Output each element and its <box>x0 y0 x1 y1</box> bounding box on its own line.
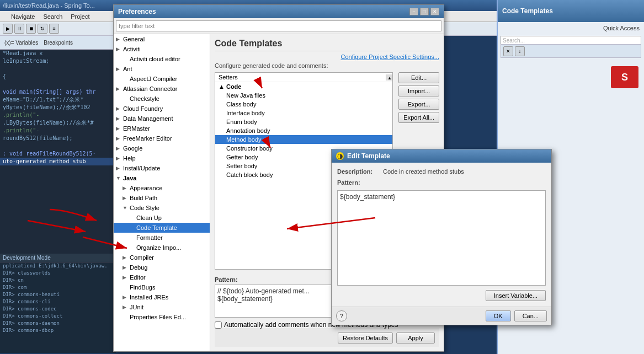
toolbar-btn-3[interactable]: ⏹ <box>26 24 36 34</box>
tree-item-datamanagement[interactable]: ▶ Data Management <box>114 114 210 124</box>
template-item-annotationbody[interactable]: Annotation body <box>215 126 392 135</box>
tree-item-compiler[interactable]: ▶ Compiler <box>114 253 210 262</box>
configure-project-link[interactable]: Configure Project Specific Settings... <box>215 53 439 60</box>
tree-item-installupdates[interactable]: ▶ Install/Update <box>114 163 210 173</box>
tree-item-junit[interactable]: ▶ JUnit <box>114 302 210 312</box>
right-toolbar-btn[interactable]: ✕ <box>503 46 513 56</box>
tree-item-java[interactable]: ▼ Java <box>114 173 210 183</box>
code-line <box>0 81 116 88</box>
tree-item-editor[interactable]: ▶ Editor <box>114 272 210 282</box>
tree-item-buildpath[interactable]: ▶ Build Path <box>114 193 210 203</box>
import-button[interactable]: Import... <box>398 85 439 96</box>
tree-label: Appearance <box>130 185 162 191</box>
export-all-button[interactable]: Export All... <box>398 112 439 123</box>
tree-item-formatter[interactable]: Formatter <box>114 233 210 243</box>
logo-letter: S <box>621 72 628 83</box>
tree-item-atlassian[interactable]: ▶ Atlassian Connector <box>114 84 210 94</box>
tree-item-activiti[interactable]: ▶ Activiti <box>114 44 210 54</box>
apply-button[interactable]: Apply <box>396 332 435 344</box>
code-line: : void readFileRoundBy512(5· <box>0 150 116 158</box>
ok-button[interactable]: OK <box>486 310 511 321</box>
cancel-button[interactable]: Can... <box>514 310 547 321</box>
edit-pattern-area[interactable]: ${body_statement} <box>337 190 546 286</box>
preferences-footer: Restore Defaults Apply <box>215 329 439 347</box>
template-item-methodbody[interactable]: Method body <box>215 135 392 144</box>
tree-label: Data Management <box>123 115 173 122</box>
tree-label: AspectJ Compiler <box>130 76 177 82</box>
menubar-project[interactable]: Project <box>71 13 89 20</box>
template-item-interfacebody[interactable]: Interface body <box>215 109 392 117</box>
console-line: DIR> commons-daemon <box>0 320 116 327</box>
export-button[interactable]: Export... <box>398 99 439 110</box>
filter-bar <box>114 18 444 34</box>
menubar-search[interactable]: Search <box>43 13 62 20</box>
dialog-close[interactable]: ✕ <box>430 8 439 15</box>
tree-item-help[interactable]: ▶ Help <box>114 153 210 163</box>
toolbar-btn-1[interactable]: ▶ <box>3 24 13 34</box>
edit-title: Edit Template <box>347 152 390 160</box>
toolbar-btn-4[interactable]: ↻ <box>38 24 47 34</box>
template-item-classbody[interactable]: Class body <box>215 100 392 109</box>
insert-variable-button[interactable]: Insert Variable... <box>486 290 546 301</box>
tree-item-activiti-cloud[interactable]: Activiti cloud editor <box>114 54 210 64</box>
filter-input[interactable] <box>116 20 441 31</box>
template-item-newjava[interactable]: New Java files <box>215 91 392 100</box>
restore-defaults-button[interactable]: Restore Defaults <box>338 332 393 344</box>
variables-tab[interactable]: (x)= Variables <box>4 40 38 46</box>
console-line: DIR> commons-collect <box>0 313 116 320</box>
toolbar-btn-5[interactable]: ≡ <box>49 24 59 34</box>
tree-item-installedjres[interactable]: ▶ Installed JREs <box>114 292 210 302</box>
console-line: DIR> cn <box>0 277 116 284</box>
template-item-enumbody[interactable]: Enum body <box>215 117 392 126</box>
expand-icon: ▶ <box>123 195 128 201</box>
tree-label: Installed JREs <box>130 294 168 301</box>
tree-item-cleanup[interactable]: Clean Up <box>114 213 210 223</box>
tree-item-codestyle[interactable]: ▼ Code Style <box>114 203 210 213</box>
tree-item-codetemplate[interactable]: Code Template <box>114 223 210 233</box>
tree-item-findbugs[interactable]: FindBugs <box>114 282 210 292</box>
tree-item-appearance[interactable]: ▶ Appearance <box>114 183 210 193</box>
dialog-minimize[interactable]: − <box>409 8 418 15</box>
console-line: DIR> commons-cli <box>0 298 116 305</box>
quick-access-search[interactable]: Search... <box>501 36 641 45</box>
edit-button[interactable]: Edit... <box>398 72 439 83</box>
tree-item-freemarker[interactable]: ▶ FreeMarker Editor <box>114 133 210 143</box>
expand-icon: ▶ <box>123 294 128 300</box>
tree-item-google[interactable]: ▶ Google <box>114 143 210 153</box>
tree-item-debug[interactable]: ▶ Debug <box>114 262 210 272</box>
tree-item-cloudfoundry[interactable]: ▶ Cloud Foundry <box>114 104 210 114</box>
help-button[interactable]: ? <box>336 310 347 321</box>
expand-icon: ▶ <box>116 116 121 121</box>
tree-item-general[interactable]: ▶ General <box>114 34 210 44</box>
breakpoints-tab[interactable]: Breakpoints <box>44 40 73 46</box>
scrollbar-up[interactable]: ▲ <box>386 74 392 81</box>
code-line <box>0 142 116 150</box>
code-editor[interactable]: *Read.java ✕ leInputStream; { void main(… <box>0 50 116 254</box>
tree-label: FreeMarker Editor <box>123 135 172 142</box>
tree-label: Help <box>123 155 136 162</box>
code-line: void main(String[] args) thr <box>0 88 116 96</box>
tree-label: Editor <box>130 274 146 281</box>
tree-item-aspectj[interactable]: AspectJ Compiler <box>114 74 210 84</box>
dialog-maximize[interactable]: □ <box>420 8 429 15</box>
code-line: *Read.java ✕ <box>0 50 116 57</box>
template-item-setters[interactable]: Setters <box>215 73 386 82</box>
tree-label: Code Template <box>136 224 177 231</box>
tree-item-checkstyle[interactable]: Checkstyle <box>114 94 210 104</box>
edit-body: Description: Code in created method stub… <box>332 163 551 307</box>
tree-item-ermaster[interactable]: ▶ ERMaster <box>114 124 210 133</box>
menubar-navigate[interactable]: Navigate <box>11 13 35 20</box>
tree-item-ant[interactable]: ▶ Ant <box>114 64 210 74</box>
expand-icon: ▶ <box>116 86 121 92</box>
brand-logo: S <box>611 66 638 88</box>
auto-comment-checkbox[interactable] <box>215 321 222 329</box>
toolbar-btn-2[interactable]: ⏸ <box>14 24 24 34</box>
tree-item-organizeimports[interactable]: Organize Impo... <box>114 243 210 253</box>
expand-icon: ▶ <box>123 265 128 270</box>
preferences-tree: ▶ General ▶ Activiti Activiti cloud edit… <box>114 34 210 351</box>
expand-icon: ▶ <box>123 275 128 280</box>
tree-item-propfiles[interactable]: Properties Files Ed... <box>114 312 210 322</box>
right-toolbar-btn2[interactable]: ↓ <box>515 46 525 56</box>
tree-label: Organize Impo... <box>136 244 181 251</box>
template-section-code[interactable]: ▲ Code <box>215 82 392 91</box>
